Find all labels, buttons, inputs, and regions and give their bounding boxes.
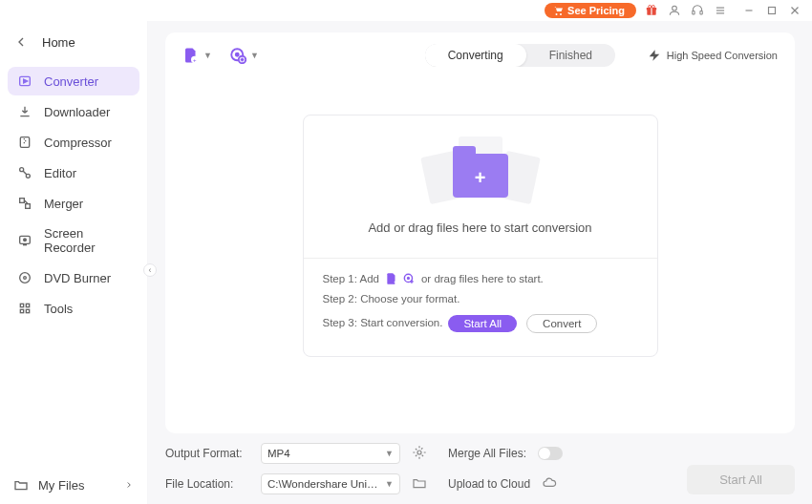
sidebar-item-tools[interactable]: Tools (8, 294, 139, 323)
headset-icon[interactable] (690, 3, 705, 18)
file-location-select[interactable]: C:\Wondershare UniConverter 1 ▼ (261, 473, 400, 494)
tab-converting[interactable]: Converting (425, 44, 526, 67)
step1-prefix: Step 1: Add (323, 273, 379, 284)
svg-rect-27 (26, 204, 31, 209)
svg-rect-37 (26, 309, 29, 312)
home-label: Home (42, 35, 75, 50)
svg-text:+: + (394, 279, 396, 284)
hs-label: High Speed Conversion (667, 50, 778, 61)
file-location-value: C:\Wondershare UniConverter 1 (267, 478, 385, 490)
file-plus-icon[interactable]: + (385, 272, 398, 285)
cloud-icon[interactable] (542, 475, 557, 494)
settings-icon[interactable] (412, 445, 427, 463)
nav-label: Editor (44, 166, 76, 180)
myfiles-label: My Files (38, 478, 84, 493)
svg-text:+: + (193, 57, 197, 63)
svg-point-5 (649, 5, 652, 8)
step2-row: Step 2: Choose your format. (323, 293, 638, 304)
nav-label: Converter (44, 74, 98, 89)
minimize-button[interactable] (741, 3, 757, 18)
svg-point-6 (652, 5, 654, 8)
add-file-button[interactable]: + ▼ (182, 47, 212, 64)
nav-label: Downloader (44, 105, 110, 119)
svg-point-32 (20, 273, 31, 284)
sidebar-item-merger[interactable]: Merger (8, 189, 139, 218)
start-all-hint-button[interactable]: Start All (448, 315, 517, 332)
sidebar-item-screen-recorder[interactable]: Screen Recorder (8, 220, 139, 262)
svg-point-0 (556, 13, 558, 15)
drop-zone[interactable]: + Add or drag files here to start conver… (303, 115, 658, 357)
menu-icon[interactable] (713, 3, 728, 18)
svg-rect-4 (651, 8, 652, 15)
svg-point-30 (24, 239, 27, 242)
svg-rect-9 (700, 11, 702, 14)
chevron-down-icon: ▼ (203, 51, 212, 60)
svg-marker-45 (650, 50, 660, 61)
chevron-down-icon: ▼ (385, 479, 394, 489)
sidebar-item-editor[interactable]: Editor (8, 158, 139, 187)
maximize-button[interactable] (764, 3, 780, 18)
chevron-down-icon: ▼ (250, 51, 259, 60)
tab-finished[interactable]: Finished (526, 44, 615, 67)
see-pricing-button[interactable]: See Pricing (545, 3, 636, 18)
nav-label: Merger (44, 197, 83, 211)
open-folder-icon[interactable] (412, 475, 427, 494)
svg-point-41 (236, 53, 239, 56)
svg-point-51 (417, 451, 421, 454)
sidebar: Home Converter Downloader Compressor Edi… (0, 21, 148, 504)
svg-rect-26 (20, 199, 25, 203)
nav-label: DVD Burner (44, 271, 111, 285)
merge-files-label: Merge All Files: (448, 447, 526, 460)
svg-point-33 (24, 277, 27, 280)
dvd-plus-icon[interactable] (402, 272, 416, 285)
svg-marker-18 (24, 79, 28, 83)
sidebar-collapse-toggle[interactable]: ‹ (143, 263, 157, 277)
svg-line-25 (23, 171, 27, 175)
upload-cloud-label: Upload to Cloud (448, 477, 530, 491)
svg-rect-8 (693, 11, 694, 14)
svg-rect-36 (20, 309, 23, 312)
add-dvd-button[interactable]: ▼ (229, 47, 259, 64)
tab-segment: Converting Finished (425, 44, 615, 67)
sidebar-item-dvd-burner[interactable]: DVD Burner (8, 263, 139, 292)
user-icon[interactable] (667, 3, 682, 18)
svg-point-48 (408, 278, 410, 280)
step1-row: Step 1: Add + or drag files here to star… (323, 272, 638, 285)
gift-icon[interactable] (644, 3, 659, 18)
folder-illustration: + (323, 136, 638, 203)
high-speed-toggle[interactable]: High Speed Conversion (648, 49, 778, 62)
step3-label: Step 3: Start conversion. (323, 317, 443, 328)
nav-label: Tools (44, 302, 73, 316)
svg-rect-35 (26, 304, 29, 306)
merge-files-toggle[interactable] (538, 447, 563, 460)
convert-hint-button[interactable]: Convert (526, 314, 597, 333)
nav-label: Compressor (44, 136, 112, 150)
svg-rect-14 (769, 8, 776, 14)
sidebar-item-converter[interactable]: Converter (8, 67, 139, 95)
dropzone-caption: Add or drag files here to start conversi… (323, 220, 638, 235)
svg-rect-34 (20, 304, 23, 306)
start-all-button[interactable]: Start All (687, 465, 795, 494)
home-button[interactable]: Home (0, 27, 147, 57)
footer: Output Format: MP4 ▼ Merge All Files: Fi… (165, 433, 795, 494)
output-format-select[interactable]: MP4 ▼ (261, 443, 400, 464)
output-format-value: MP4 (267, 448, 290, 459)
sidebar-item-downloader[interactable]: Downloader (8, 97, 139, 126)
output-format-label: Output Format: (165, 447, 249, 460)
chevron-down-icon: ▼ (385, 449, 394, 458)
window-controls (741, 3, 802, 18)
svg-point-7 (673, 6, 677, 10)
nav-label: Screen Recorder (44, 226, 130, 255)
step3-row: Step 3: Start conversion. Start All Conv… (323, 312, 638, 333)
my-files-button[interactable]: My Files (0, 468, 147, 504)
pricing-label: See Pricing (567, 5, 625, 16)
close-button[interactable] (787, 3, 802, 18)
step1-suffix: or drag files here to start. (421, 273, 544, 284)
titlebar: See Pricing (0, 0, 812, 21)
sidebar-item-compressor[interactable]: Compressor (8, 128, 139, 157)
svg-point-1 (560, 13, 562, 15)
file-location-label: File Location: (165, 477, 249, 491)
